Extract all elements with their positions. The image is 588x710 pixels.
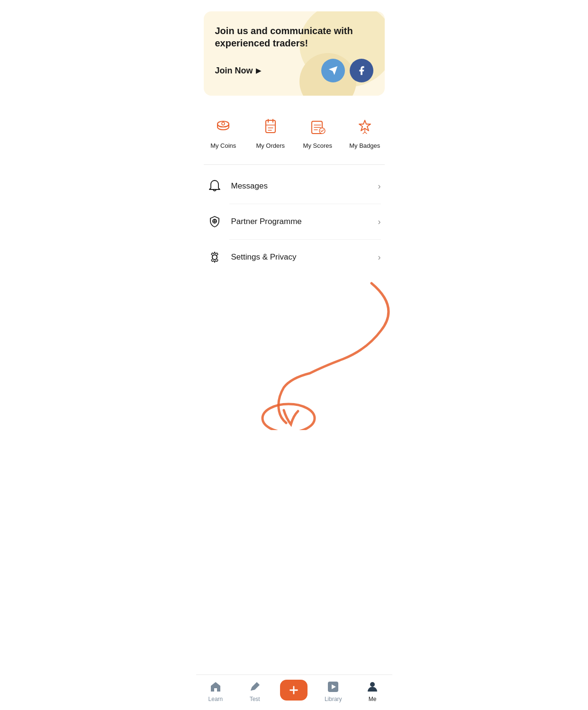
orders-icon-container bbox=[260, 117, 281, 137]
bell-icon bbox=[208, 180, 221, 193]
scores-icon bbox=[308, 117, 327, 136]
gear-icon bbox=[208, 251, 221, 264]
quick-actions-grid: My Coins My Orders bbox=[196, 105, 392, 161]
partner-label: Partner Programme bbox=[231, 217, 302, 226]
svg-point-0 bbox=[222, 122, 225, 125]
my-scores-item[interactable]: My Scores bbox=[294, 113, 342, 153]
scores-icon-container bbox=[307, 117, 328, 137]
svg-point-5 bbox=[262, 404, 315, 430]
orders-label: My Orders bbox=[256, 142, 285, 149]
gear-icon-container bbox=[208, 250, 222, 264]
badges-label: My Badges bbox=[349, 142, 380, 149]
social-buttons bbox=[321, 59, 373, 82]
coins-icon bbox=[214, 117, 233, 136]
my-coins-item[interactable]: My Coins bbox=[200, 113, 247, 153]
join-now-arrow-icon: ▶ bbox=[256, 67, 261, 74]
settings-label: Settings & Privacy bbox=[231, 252, 297, 262]
shield-icon-container bbox=[208, 215, 222, 229]
telegram-button[interactable] bbox=[321, 59, 345, 82]
svg-rect-1 bbox=[266, 120, 275, 133]
annotation-area bbox=[196, 279, 392, 430]
coins-icon-container bbox=[213, 117, 234, 137]
join-now-button[interactable]: Join Now ▶ bbox=[215, 66, 261, 76]
partner-menu-item[interactable]: Partner Programme › bbox=[196, 204, 392, 239]
messages-label: Messages bbox=[231, 181, 268, 191]
banner-title: Join us and communicate with experienced… bbox=[215, 25, 367, 49]
partner-chevron-icon: › bbox=[378, 217, 381, 227]
facebook-button[interactable] bbox=[350, 59, 373, 82]
messages-chevron-icon: › bbox=[378, 181, 381, 191]
join-now-label: Join Now bbox=[215, 66, 253, 76]
orders-icon bbox=[261, 117, 280, 136]
settings-chevron-icon: › bbox=[378, 252, 381, 262]
messages-menu-item[interactable]: Messages › bbox=[196, 169, 392, 204]
facebook-icon bbox=[356, 65, 367, 76]
badges-icon bbox=[355, 117, 374, 136]
promo-banner: Join us and communicate with experienced… bbox=[204, 11, 385, 96]
my-orders-item[interactable]: My Orders bbox=[247, 113, 294, 153]
my-badges-item[interactable]: My Badges bbox=[341, 113, 389, 153]
bell-icon-container bbox=[208, 179, 222, 193]
coins-label: My Coins bbox=[210, 142, 236, 149]
badges-icon-container bbox=[354, 117, 375, 137]
shield-icon bbox=[208, 215, 221, 228]
settings-menu-item[interactable]: Settings & Privacy › bbox=[196, 240, 392, 275]
annotation-drawing bbox=[196, 279, 392, 430]
menu-list: Messages › Partner Programme › bbox=[196, 165, 392, 279]
scores-label: My Scores bbox=[303, 142, 332, 149]
telegram-icon bbox=[328, 65, 338, 76]
